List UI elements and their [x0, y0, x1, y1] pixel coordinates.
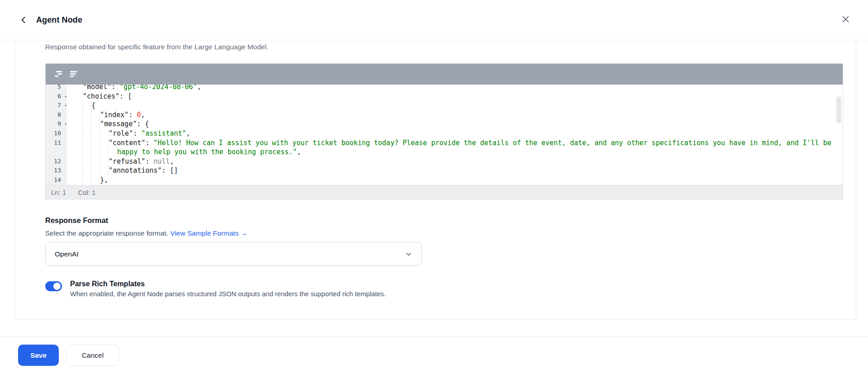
editor-scrollbar-thumb[interactable] [836, 96, 841, 123]
line-number: 11 [46, 138, 67, 148]
save-button[interactable]: Save [18, 345, 59, 366]
code-text: { [67, 101, 843, 110]
code-text: "role": "assistant", [67, 129, 843, 138]
panel-header: Agent Node [0, 0, 868, 40]
editor-toolbar [46, 64, 843, 85]
code-line: 13 "annotations": [] [46, 166, 843, 175]
code-lines: 5 "model": "gpt-4o-2024-08-06",6▾ "choic… [46, 85, 843, 185]
content-card: Response obtained for specific feature f… [15, 40, 856, 320]
response-format-dropdown[interactable]: OpenAI [45, 242, 422, 266]
line-number: 13 [46, 166, 67, 175]
format-compact-icon[interactable] [52, 68, 66, 80]
line-number: 10 [46, 129, 67, 138]
response-format-description: Select the appropriate response format. … [45, 229, 248, 237]
close-icon [841, 15, 850, 24]
response-format-title: Response Format [45, 216, 108, 225]
code-text: "message": { [67, 119, 843, 129]
code-text: "index": 0, [67, 110, 843, 120]
line-number: 8 [46, 110, 67, 120]
code-text: "refusal": null, [67, 157, 843, 166]
view-sample-formats-link[interactable]: View Sample Formats → [170, 229, 248, 237]
fold-arrow-icon[interactable]: ▾ [65, 119, 67, 129]
line-number: 6▾ [46, 92, 67, 101]
line-number: 9▾ [46, 119, 67, 129]
editor-status-bar: Ln: 1 Col: 1 [46, 185, 843, 199]
code-text: happy to help you with the booking proce… [67, 147, 843, 157]
fold-arrow-icon[interactable]: ▾ [65, 101, 67, 110]
cancel-button[interactable]: Cancel [66, 345, 119, 366]
line-number: 5 [46, 85, 67, 92]
code-line: 11 "content": "Hello! How can I assist y… [46, 138, 843, 148]
dropdown-selected-value: OpenAI [55, 250, 405, 258]
back-button[interactable] [15, 12, 32, 28]
footer-divider [0, 336, 868, 337]
line-number [46, 147, 67, 157]
code-text: "annotations": [] [67, 166, 843, 175]
code-text: }, [67, 175, 843, 185]
code-area[interactable]: 5 "model": "gpt-4o-2024-08-06",6▾ "choic… [46, 85, 843, 185]
code-line: 14 }, [46, 175, 843, 185]
line-number: 12 [46, 157, 67, 166]
code-line: 6▾ "choices": [ [46, 92, 843, 101]
code-text: "choices": [ [67, 92, 843, 101]
fold-arrow-icon[interactable]: ▾ [65, 92, 67, 101]
parse-rich-templates-toggle[interactable] [45, 281, 62, 291]
chevron-left-icon [19, 15, 28, 24]
cursor-line-indicator: Ln: 1 [51, 189, 66, 196]
toggle-description: When enabled, the Agent Node parses stru… [70, 290, 386, 298]
code-line: 12 "refusal": null, [46, 157, 843, 166]
parse-rich-templates-row: Parse Rich Templates When enabled, the A… [45, 280, 386, 298]
field-description: Response obtained for specific feature f… [45, 43, 269, 51]
code-text: "content": "Hello! How can I assist you … [67, 138, 843, 148]
page-title: Agent Node [36, 15, 82, 25]
toggle-label: Parse Rich Templates [70, 280, 386, 288]
json-editor: 5 "model": "gpt-4o-2024-08-06",6▾ "choic… [45, 63, 843, 199]
line-number: 7▾ [46, 101, 67, 110]
close-button[interactable] [837, 11, 854, 27]
code-line: 10 "role": "assistant", [46, 129, 843, 138]
code-line: 5 "model": "gpt-4o-2024-08-06", [46, 85, 843, 92]
code-line: 7▾ { [46, 101, 843, 110]
format-indent-icon[interactable] [67, 68, 81, 80]
code-line: happy to help you with the booking proce… [46, 147, 843, 157]
code-text: "model": "gpt-4o-2024-08-06", [67, 85, 843, 92]
cursor-col-indicator: Col: 1 [78, 189, 95, 196]
chevron-down-icon [405, 251, 412, 258]
line-number: 14 [46, 175, 67, 185]
toggle-knob [53, 283, 61, 290]
code-line: 9▾ "message": { [46, 119, 843, 129]
code-line: 8 "index": 0, [46, 110, 843, 120]
